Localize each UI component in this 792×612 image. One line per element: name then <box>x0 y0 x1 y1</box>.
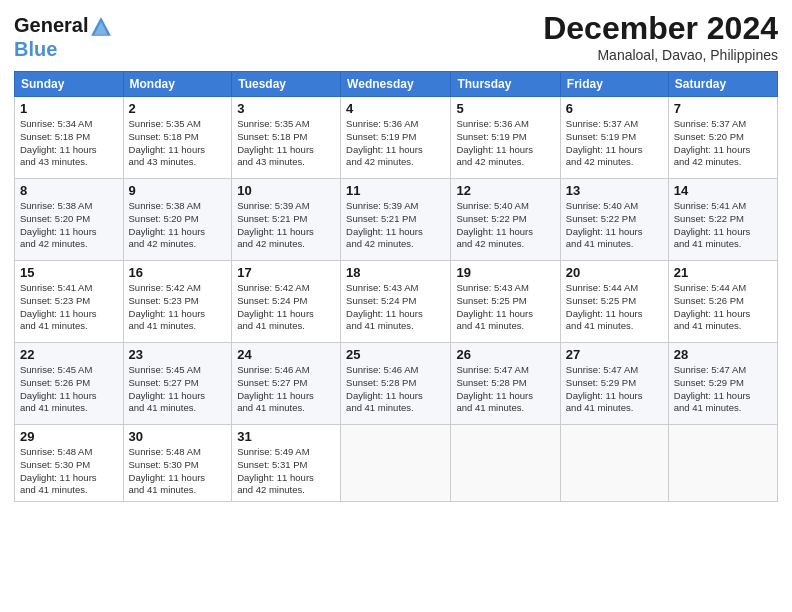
day-number: 18 <box>346 265 445 280</box>
day-info: Sunrise: 5:40 AM Sunset: 5:22 PM Dayligh… <box>566 200 663 251</box>
day-number: 8 <box>20 183 118 198</box>
week-row-2: 8Sunrise: 5:38 AM Sunset: 5:20 PM Daylig… <box>15 179 778 261</box>
table-row: 17Sunrise: 5:42 AM Sunset: 5:24 PM Dayli… <box>232 261 341 343</box>
table-row: 20Sunrise: 5:44 AM Sunset: 5:25 PM Dayli… <box>560 261 668 343</box>
day-info: Sunrise: 5:44 AM Sunset: 5:25 PM Dayligh… <box>566 282 663 333</box>
title-block: December 2024 Manaloal, Davao, Philippin… <box>543 10 778 63</box>
day-number: 29 <box>20 429 118 444</box>
table-row: 4Sunrise: 5:36 AM Sunset: 5:19 PM Daylig… <box>341 97 451 179</box>
day-info: Sunrise: 5:40 AM Sunset: 5:22 PM Dayligh… <box>456 200 554 251</box>
day-info: Sunrise: 5:48 AM Sunset: 5:30 PM Dayligh… <box>20 446 118 497</box>
day-number: 21 <box>674 265 772 280</box>
location-title: Manaloal, Davao, Philippines <box>543 47 778 63</box>
col-header-sunday: Sunday <box>15 72 124 97</box>
day-info: Sunrise: 5:37 AM Sunset: 5:20 PM Dayligh… <box>674 118 772 169</box>
col-header-friday: Friday <box>560 72 668 97</box>
day-info: Sunrise: 5:44 AM Sunset: 5:26 PM Dayligh… <box>674 282 772 333</box>
table-row: 27Sunrise: 5:47 AM Sunset: 5:29 PM Dayli… <box>560 343 668 425</box>
table-row: 13Sunrise: 5:40 AM Sunset: 5:22 PM Dayli… <box>560 179 668 261</box>
table-row: 3Sunrise: 5:35 AM Sunset: 5:18 PM Daylig… <box>232 97 341 179</box>
calendar-table: SundayMondayTuesdayWednesdayThursdayFrid… <box>14 71 778 502</box>
day-number: 13 <box>566 183 663 198</box>
page-header: General Blue December 2024 Manaloal, Dav… <box>14 10 778 63</box>
day-number: 15 <box>20 265 118 280</box>
table-row: 19Sunrise: 5:43 AM Sunset: 5:25 PM Dayli… <box>451 261 560 343</box>
table-row: 26Sunrise: 5:47 AM Sunset: 5:28 PM Dayli… <box>451 343 560 425</box>
col-header-thursday: Thursday <box>451 72 560 97</box>
table-row: 9Sunrise: 5:38 AM Sunset: 5:20 PM Daylig… <box>123 179 232 261</box>
table-row: 18Sunrise: 5:43 AM Sunset: 5:24 PM Dayli… <box>341 261 451 343</box>
day-number: 10 <box>237 183 335 198</box>
day-info: Sunrise: 5:43 AM Sunset: 5:24 PM Dayligh… <box>346 282 445 333</box>
table-row: 10Sunrise: 5:39 AM Sunset: 5:21 PM Dayli… <box>232 179 341 261</box>
day-number: 31 <box>237 429 335 444</box>
table-row <box>341 425 451 502</box>
day-number: 12 <box>456 183 554 198</box>
day-number: 4 <box>346 101 445 116</box>
day-info: Sunrise: 5:39 AM Sunset: 5:21 PM Dayligh… <box>237 200 335 251</box>
day-number: 3 <box>237 101 335 116</box>
day-number: 28 <box>674 347 772 362</box>
day-info: Sunrise: 5:43 AM Sunset: 5:25 PM Dayligh… <box>456 282 554 333</box>
day-number: 24 <box>237 347 335 362</box>
table-row: 31Sunrise: 5:49 AM Sunset: 5:31 PM Dayli… <box>232 425 341 502</box>
day-info: Sunrise: 5:45 AM Sunset: 5:27 PM Dayligh… <box>129 364 227 415</box>
day-number: 7 <box>674 101 772 116</box>
table-row: 14Sunrise: 5:41 AM Sunset: 5:22 PM Dayli… <box>668 179 777 261</box>
day-number: 6 <box>566 101 663 116</box>
day-info: Sunrise: 5:42 AM Sunset: 5:24 PM Dayligh… <box>237 282 335 333</box>
day-number: 26 <box>456 347 554 362</box>
col-header-tuesday: Tuesday <box>232 72 341 97</box>
day-info: Sunrise: 5:36 AM Sunset: 5:19 PM Dayligh… <box>346 118 445 169</box>
day-info: Sunrise: 5:39 AM Sunset: 5:21 PM Dayligh… <box>346 200 445 251</box>
table-row: 5Sunrise: 5:36 AM Sunset: 5:19 PM Daylig… <box>451 97 560 179</box>
week-row-5: 29Sunrise: 5:48 AM Sunset: 5:30 PM Dayli… <box>15 425 778 502</box>
day-number: 5 <box>456 101 554 116</box>
table-row: 2Sunrise: 5:35 AM Sunset: 5:18 PM Daylig… <box>123 97 232 179</box>
table-row: 6Sunrise: 5:37 AM Sunset: 5:19 PM Daylig… <box>560 97 668 179</box>
table-row: 16Sunrise: 5:42 AM Sunset: 5:23 PM Dayli… <box>123 261 232 343</box>
week-row-3: 15Sunrise: 5:41 AM Sunset: 5:23 PM Dayli… <box>15 261 778 343</box>
day-info: Sunrise: 5:46 AM Sunset: 5:27 PM Dayligh… <box>237 364 335 415</box>
day-info: Sunrise: 5:34 AM Sunset: 5:18 PM Dayligh… <box>20 118 118 169</box>
day-info: Sunrise: 5:38 AM Sunset: 5:20 PM Dayligh… <box>129 200 227 251</box>
day-number: 30 <box>129 429 227 444</box>
table-row: 1Sunrise: 5:34 AM Sunset: 5:18 PM Daylig… <box>15 97 124 179</box>
month-title: December 2024 <box>543 10 778 47</box>
table-row: 21Sunrise: 5:44 AM Sunset: 5:26 PM Dayli… <box>668 261 777 343</box>
table-row <box>451 425 560 502</box>
day-info: Sunrise: 5:37 AM Sunset: 5:19 PM Dayligh… <box>566 118 663 169</box>
day-info: Sunrise: 5:36 AM Sunset: 5:19 PM Dayligh… <box>456 118 554 169</box>
table-row: 30Sunrise: 5:48 AM Sunset: 5:30 PM Dayli… <box>123 425 232 502</box>
col-header-saturday: Saturday <box>668 72 777 97</box>
logo: General Blue <box>14 14 112 60</box>
table-row <box>560 425 668 502</box>
day-info: Sunrise: 5:48 AM Sunset: 5:30 PM Dayligh… <box>129 446 227 497</box>
table-row: 7Sunrise: 5:37 AM Sunset: 5:20 PM Daylig… <box>668 97 777 179</box>
col-header-monday: Monday <box>123 72 232 97</box>
day-info: Sunrise: 5:41 AM Sunset: 5:23 PM Dayligh… <box>20 282 118 333</box>
table-row <box>668 425 777 502</box>
day-number: 19 <box>456 265 554 280</box>
logo-blue: Blue <box>14 38 112 60</box>
logo-text: General <box>14 14 112 38</box>
day-number: 14 <box>674 183 772 198</box>
table-row: 28Sunrise: 5:47 AM Sunset: 5:29 PM Dayli… <box>668 343 777 425</box>
day-number: 27 <box>566 347 663 362</box>
day-info: Sunrise: 5:38 AM Sunset: 5:20 PM Dayligh… <box>20 200 118 251</box>
day-number: 20 <box>566 265 663 280</box>
day-info: Sunrise: 5:35 AM Sunset: 5:18 PM Dayligh… <box>129 118 227 169</box>
day-info: Sunrise: 5:47 AM Sunset: 5:28 PM Dayligh… <box>456 364 554 415</box>
table-row: 22Sunrise: 5:45 AM Sunset: 5:26 PM Dayli… <box>15 343 124 425</box>
day-info: Sunrise: 5:47 AM Sunset: 5:29 PM Dayligh… <box>566 364 663 415</box>
day-number: 25 <box>346 347 445 362</box>
day-number: 23 <box>129 347 227 362</box>
day-info: Sunrise: 5:41 AM Sunset: 5:22 PM Dayligh… <box>674 200 772 251</box>
day-info: Sunrise: 5:47 AM Sunset: 5:29 PM Dayligh… <box>674 364 772 415</box>
day-info: Sunrise: 5:46 AM Sunset: 5:28 PM Dayligh… <box>346 364 445 415</box>
calendar-header-row: SundayMondayTuesdayWednesdayThursdayFrid… <box>15 72 778 97</box>
day-info: Sunrise: 5:42 AM Sunset: 5:23 PM Dayligh… <box>129 282 227 333</box>
day-number: 9 <box>129 183 227 198</box>
day-number: 16 <box>129 265 227 280</box>
day-info: Sunrise: 5:35 AM Sunset: 5:18 PM Dayligh… <box>237 118 335 169</box>
